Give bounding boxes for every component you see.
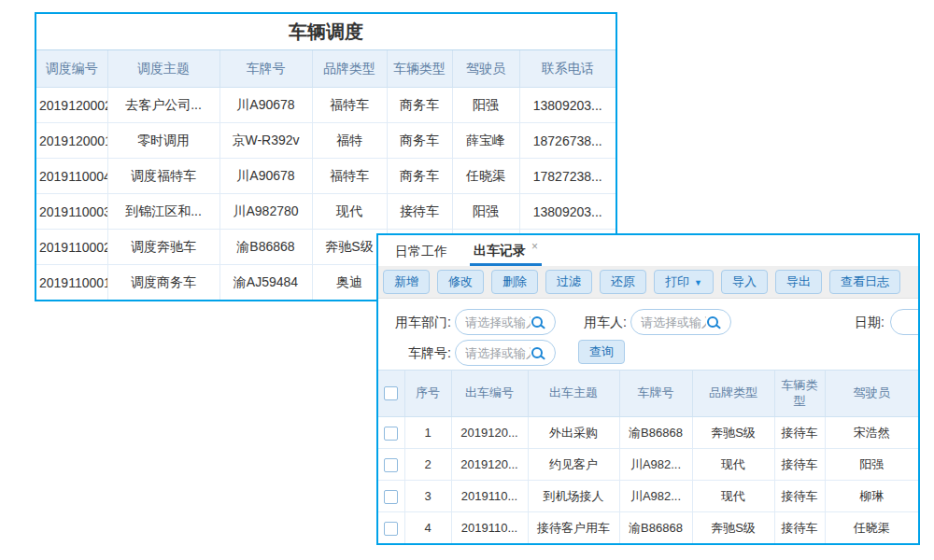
edit-button[interactable]: 修改 [437,270,484,294]
col-header-dispatch-subject: 调度主题 [107,50,219,88]
driver-cell[interactable]: 阳强 [452,88,519,123]
plate-cell[interactable]: 川A982... [619,449,692,481]
records-header-row: 序号 出车编号 出车主题 车牌号 品牌类型 车辆类型 驾驶员 [378,371,918,417]
user-label: 用车人: [571,309,627,335]
search-button[interactable]: 查询 [578,340,625,364]
col-header-trip-subject: 出车主题 [528,371,619,417]
plate-label: 车牌号: [384,340,451,366]
brand-cell: 奔驰S级 [312,230,387,265]
plate-cell[interactable]: 川A90678 [219,159,312,194]
trip-no-cell[interactable]: 2019120... [451,417,528,449]
vehicle-type-cell: 接待车 [387,194,452,230]
search-icon[interactable] [531,347,543,358]
vehicle-type-cell: 接待车 [774,417,825,449]
row-checkbox[interactable] [384,458,398,472]
phone-cell: 18726738... [519,123,616,159]
driver-cell[interactable]: 阳强 [825,449,918,481]
trip-no-cell[interactable]: 2019120... [451,449,528,481]
select-all-checkbox[interactable] [384,386,398,400]
brand-cell: 福特车 [312,88,387,123]
restore-button[interactable]: 还原 [600,270,646,294]
dispatch-no-cell[interactable]: 2019110003 [36,194,107,230]
col-header-driver: 驾驶员 [825,371,918,417]
trip-subject-cell[interactable]: 外出采购 [528,417,619,449]
row-checkbox[interactable] [384,490,398,504]
driver-cell[interactable]: 任晓渠 [452,159,519,194]
dispatch-subject-cell[interactable]: 调度福特车 [107,159,219,194]
trip-subject-cell[interactable]: 到机场接人 [528,481,619,512]
driver-cell[interactable]: 薛宝峰 [452,123,519,159]
delete-button[interactable]: 删除 [491,270,538,294]
trip-subject-cell[interactable]: 接待客户用车 [528,512,619,544]
brand-cell: 福特车 [312,159,387,194]
print-button[interactable]: 打印▼ [654,270,714,294]
driver-cell[interactable]: 阳强 [452,194,519,230]
dispatch-header-row: 调度编号 调度主题 车牌号 品牌类型 车辆类型 驾驶员 联系电话 [36,50,616,88]
tab-trip-records[interactable]: 出车记录× [470,236,542,266]
plate-cell[interactable]: 渝B86868 [619,512,692,544]
col-header-brand: 品牌类型 [312,50,387,88]
col-header-plate: 车牌号 [219,50,312,88]
phone-cell: 17827238... [519,159,616,194]
trip-records-table: 序号 出车编号 出车主题 车牌号 品牌类型 车辆类型 驾驶员 1 2019120… [378,370,918,543]
col-header-trip-no: 出车编号 [451,371,528,417]
plate-cell[interactable]: 川A982... [619,481,692,512]
driver-cell[interactable]: 任晓渠 [825,512,918,544]
dispatch-subject-cell[interactable]: 调度奔驰车 [107,230,219,265]
filter-button[interactable]: 过滤 [545,270,592,294]
phone-cell: 13809203... [519,88,616,123]
vehicle-type-cell: 接待车 [774,449,825,481]
dispatch-subject-cell[interactable]: 调度商务车 [107,265,219,301]
export-button[interactable]: 导出 [775,270,822,294]
search-icon[interactable] [707,316,718,328]
col-header-driver: 驾驶员 [452,50,519,88]
dispatch-subject-cell[interactable]: 去客户公司... [107,88,219,123]
page-title: 车辆调度 [36,14,616,50]
add-button[interactable]: 新增 [383,270,430,294]
dispatch-subject-cell[interactable]: 到锦江区和... [107,194,219,230]
col-header-brand: 品牌类型 [692,371,774,417]
dispatch-no-cell[interactable]: 2019120002 [36,88,107,123]
table-row: 2019120001 零时调用 京W-R392v 福特 商务车 薛宝峰 1872… [36,123,616,159]
driver-cell[interactable]: 宋浩然 [825,417,918,449]
vehicle-type-cell: 接待车 [774,512,825,544]
dispatch-no-cell[interactable]: 2019110001 [36,265,107,301]
plate-cell[interactable]: 渝B86868 [619,417,692,449]
tab-daily-work[interactable]: 日常工作 [391,237,451,266]
plate-cell[interactable]: 渝AJ59484 [219,265,312,301]
seq-cell: 1 [404,417,451,449]
vehicle-type-cell: 接待车 [774,481,825,512]
col-header-vehicle-type: 车辆类型 [774,371,825,417]
dispatch-subject-cell[interactable]: 零时调用 [107,123,219,159]
dispatch-no-cell[interactable]: 2019110002 [36,230,107,265]
plate-cell[interactable]: 京W-R392v [219,123,312,159]
dispatch-no-cell[interactable]: 2019120001 [36,123,107,159]
row-checkbox[interactable] [384,522,398,536]
seq-cell: 3 [404,481,451,512]
dispatch-no-cell[interactable]: 2019110004 [36,159,107,194]
vehicle-type-cell: 商务车 [387,159,452,194]
date-input[interactable] [890,309,920,335]
col-header-dispatch-no: 调度编号 [36,50,107,88]
trip-no-cell[interactable]: 2019110... [451,481,528,512]
seq-cell: 2 [404,449,451,481]
plate-cell[interactable]: 川A982780 [219,194,312,230]
close-icon[interactable]: × [531,240,538,253]
dept-label: 用车部门: [384,309,451,335]
import-button[interactable]: 导入 [721,270,768,294]
trip-records-panel: 日常工作 出车记录× 新增 修改 删除 过滤 还原 打印▼ 导入 导出 查看日志… [376,233,920,545]
plate-cell[interactable]: 渝B86868 [219,230,312,265]
caret-down-icon: ▼ [694,278,702,287]
driver-cell[interactable]: 柳琳 [825,481,918,512]
brand-cell: 现代 [312,194,387,230]
toolbar: 新增 修改 删除 过滤 还原 打印▼ 导入 导出 查看日志 [378,266,918,299]
trip-no-cell[interactable]: 2019110... [451,512,528,544]
trip-subject-cell[interactable]: 约见客户 [528,449,619,481]
table-row: 1 2019120... 外出采购 渝B86868 奔驰S级 接待车 宋浩然 [378,417,918,449]
col-header-vehicle-type: 车辆类型 [387,50,452,88]
view-log-button[interactable]: 查看日志 [829,270,900,294]
plate-cell[interactable]: 川A90678 [219,88,312,123]
search-icon[interactable] [531,316,543,328]
col-header-plate: 车牌号 [619,371,692,417]
row-checkbox[interactable] [384,427,398,441]
